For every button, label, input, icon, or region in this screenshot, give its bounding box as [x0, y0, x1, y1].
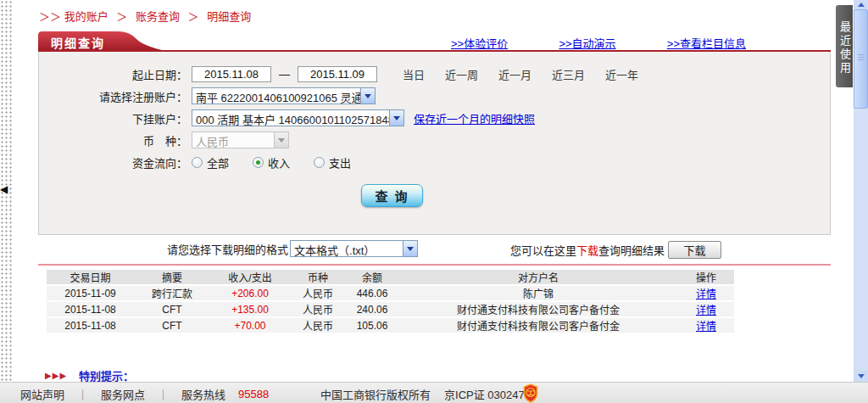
quick-range-month[interactable]: 近一月: [498, 66, 531, 82]
register-account-value: 南平 6222001406100921065 灵通卡: [192, 88, 360, 104]
sub-account-select[interactable]: 000 活期 基本户 1406600101102571848: [192, 109, 404, 126]
quick-range-quarter[interactable]: 近三月: [552, 66, 585, 82]
table-row: 2015-11-08 CFT +70.00 人民币 105.06 财付通支付科技…: [47, 318, 734, 333]
download-button[interactable]: 下载: [668, 241, 721, 259]
date-from-input[interactable]: [192, 66, 271, 82]
download-format-group: 请您选择下载明细的格式 文本格式（.txt）: [167, 240, 418, 257]
breadcrumb-separator: ＞: [116, 10, 127, 23]
col-header-currency: 币种: [290, 270, 346, 284]
radio-label-income: 收入: [268, 154, 290, 171]
link-experience-rating[interactable]: >>体验评价: [451, 35, 508, 51]
breadcrumb: ＞＞ 我的账户 ＞ 账务查询 ＞ 明细查询: [39, 8, 251, 24]
radio-icon[interactable]: [314, 157, 325, 168]
cell-date: 2015-11-08: [47, 302, 134, 316]
footer-separator: ｜: [158, 386, 169, 402]
footer-link-service-outlets[interactable]: 服务网点: [101, 386, 145, 402]
detail-link[interactable]: 详情: [696, 321, 716, 333]
collapse-panel-arrow-icon[interactable]: ◀: [0, 182, 11, 196]
fund-flow-row: 资金流向： 全部 收入 支出: [39, 154, 830, 171]
dropdown-button[interactable]: [403, 241, 417, 256]
icp-license: 京ICP证 030247号: [444, 389, 536, 401]
hotline-label: 服务热线: [181, 386, 225, 402]
sub-account-label: 下挂账户：: [39, 110, 192, 126]
section-tab-detail-query: 明细查询: [38, 31, 165, 51]
cell-counterparty: 财付通支付科技有限公司客户备付金: [398, 302, 678, 316]
chevron-up-icon: [858, 3, 865, 7]
cell-counterparty: 财付通支付科技有限公司客户备付金: [398, 318, 678, 333]
col-header-amount: 收入/支出: [210, 270, 290, 284]
date-to-input[interactable]: [298, 66, 377, 82]
footer-links: 网站声明 ｜ 服务网点 ｜ 服务热线 95588: [20, 386, 269, 402]
col-header-balance: 余额: [346, 270, 398, 284]
chevron-down-icon: [278, 138, 285, 143]
footer-separator: ｜: [77, 386, 88, 402]
detail-link[interactable]: 详情: [696, 305, 716, 316]
query-button[interactable]: 查 询: [361, 184, 423, 207]
table-row: 2015-11-08 CFT +135.00 人民币 240.06 财付通支付科…: [47, 302, 734, 316]
icbc-detail-query-page: ◀ ＞＞ 我的账户 ＞ 账务查询 ＞ 明细查询 >>体验评价 >>自动演示 >>…: [0, 0, 868, 403]
link-view-column-info[interactable]: >>查看栏目信息: [667, 35, 746, 51]
radio-icon[interactable]: [192, 157, 203, 168]
recently-used-tab[interactable]: 最近使用: [836, 5, 853, 87]
sub-account-row: 下挂账户： 000 活期 基本户 1406600101102571848 保存近…: [39, 109, 830, 126]
quick-range-week[interactable]: 近一周: [445, 66, 478, 82]
cell-amount: +70.00: [210, 318, 290, 333]
cell-summary: 跨行汇款: [134, 286, 210, 300]
dropdown-button[interactable]: [360, 88, 375, 104]
quick-range-year[interactable]: 近一年: [605, 66, 638, 82]
cell-balance: 446.06: [346, 286, 398, 300]
cell-balance: 240.06: [346, 302, 398, 316]
register-account-row: 请选择注册账户： 南平 6222001406100921065 灵通卡: [39, 87, 830, 104]
radio-option-all[interactable]: 全部: [192, 154, 229, 171]
download-hint-post: 查询明细结果: [598, 242, 665, 258]
footer-link-site-statement[interactable]: 网站声明: [20, 386, 64, 402]
date-range-label: 起止日期：: [39, 66, 192, 82]
detail-link[interactable]: 详情: [696, 288, 716, 300]
link-auto-demo[interactable]: >>自动演示: [559, 35, 615, 51]
currency-select-disabled: 人民币: [192, 132, 289, 148]
date-range-row: 起止日期： — 当日 近一周 近一月 近三月 近一年: [39, 65, 830, 82]
download-format-value: 文本格式（.txt）: [291, 241, 403, 256]
scroll-up-button[interactable]: [854, 0, 868, 9]
chevron-down-icon: [393, 116, 400, 120]
fund-flow-radio-group: 全部 收入 支出: [192, 154, 351, 171]
radio-label-all: 全部: [207, 154, 229, 171]
cell-date: 2015-11-09: [47, 286, 134, 300]
icbc-shield-badge-icon: [523, 383, 538, 403]
top-utility-links: >>体验评价 >>自动演示 >>查看栏目信息: [451, 35, 746, 51]
cell-summary: CFT: [134, 318, 210, 333]
vertical-scrollbar[interactable]: [854, 0, 868, 383]
col-header-date: 交易日期: [47, 270, 134, 284]
radio-option-expense[interactable]: 支出: [314, 154, 351, 171]
breadcrumb-item-account-query[interactable]: 账务查询: [136, 10, 180, 23]
quick-range-today[interactable]: 当日: [403, 66, 425, 82]
radio-option-income[interactable]: 收入: [253, 154, 290, 171]
transaction-detail-table: 交易日期 摘要 收入/支出 币种 余额 对方户名 操作 2015-11-09 跨…: [47, 268, 734, 334]
fund-flow-label: 资金流向：: [39, 154, 192, 171]
scroll-down-button[interactable]: [854, 370, 868, 383]
section-title: 明细查询: [51, 34, 105, 51]
cell-balance: 105.06: [346, 318, 398, 333]
cell-summary: CFT: [134, 302, 210, 316]
register-account-select[interactable]: 南平 6222001406100921065 灵通卡: [192, 87, 376, 104]
register-account-label: 请选择注册账户：: [39, 88, 192, 104]
breadcrumb-prefix: ＞＞: [39, 10, 61, 23]
table-top-divider: [38, 264, 831, 266]
cell-counterparty: 陈广锦: [398, 286, 678, 300]
save-snapshot-link[interactable]: 保存近一个月的明细快照: [414, 110, 535, 126]
breadcrumb-item-detail-query[interactable]: 明细查询: [207, 10, 251, 23]
breadcrumb-separator: ＞: [188, 10, 199, 23]
footer-bar: 网站声明 ｜ 服务网点 ｜ 服务热线 95588 中国工商银行版权所有京ICP证…: [0, 382, 868, 403]
radio-checked-icon[interactable]: [253, 157, 264, 168]
download-format-select[interactable]: 文本格式（.txt）: [290, 240, 418, 257]
cell-amount: +135.00: [210, 302, 290, 316]
dropdown-button[interactable]: [389, 110, 403, 126]
download-hint-group: 您可以在这里下载查询明细结果 下载: [510, 241, 721, 259]
scrollbar-thumb[interactable]: [854, 9, 868, 109]
col-header-counterparty: 对方户名: [398, 270, 678, 284]
col-header-summary: 摘要: [134, 270, 210, 284]
dropdown-button: [274, 132, 288, 148]
table-header-row: 交易日期 摘要 收入/支出 币种 余额 对方户名 操作: [47, 270, 734, 284]
breadcrumb-item-my-account[interactable]: 我的账户: [64, 10, 108, 23]
chevron-down-icon: [858, 374, 865, 378]
